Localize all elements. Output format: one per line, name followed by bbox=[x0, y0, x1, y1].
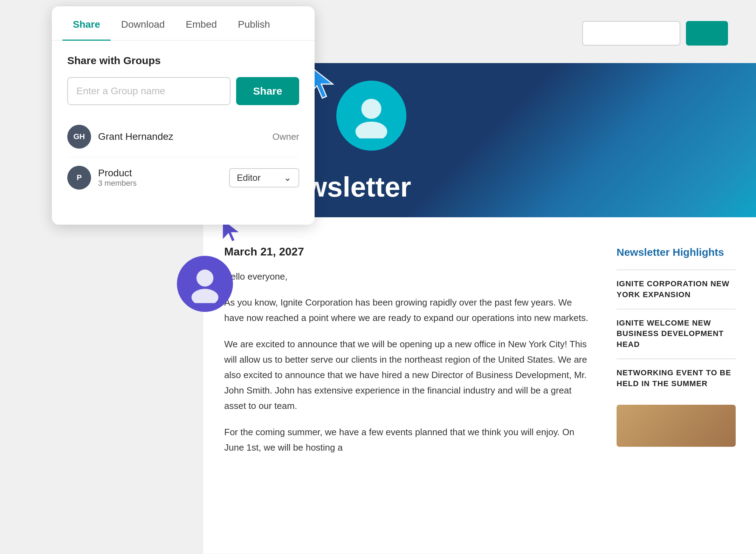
member-role-grant: Owner bbox=[272, 131, 299, 142]
svg-point-2 bbox=[356, 122, 387, 138]
newsletter-body1: As you know, Ignite Corporation has been… bbox=[224, 295, 589, 326]
role-select-label: Editor bbox=[237, 172, 261, 183]
member-sub-product: 3 members bbox=[98, 179, 222, 188]
member-row-grant: GH Grant Hernandez Owner bbox=[67, 118, 299, 156]
tab-download[interactable]: Download bbox=[111, 6, 176, 40]
newsletter-sidebar: Newsletter Highlights IGNITE CORPORATION… bbox=[617, 245, 736, 466]
member-name-product: Product bbox=[98, 167, 222, 179]
modal-tabs: Share Download Embed Publish bbox=[52, 6, 315, 41]
sidebar-item: NETWORKING EVENT TO BE HELD IN THE SUMME… bbox=[617, 358, 736, 398]
tab-share[interactable]: Share bbox=[62, 6, 111, 40]
share-button[interactable]: Share bbox=[236, 77, 299, 105]
svg-point-1 bbox=[361, 99, 381, 119]
modal-body: Share with Groups Share GH Grant Hernand… bbox=[52, 41, 315, 211]
sidebar-item-title-1: IGNITE WELCOME NEW BUSINESS DEVELOPMENT … bbox=[617, 318, 736, 350]
role-select-product[interactable]: Editor ⌄ bbox=[229, 168, 299, 187]
newsletter-greeting: Hello everyone, bbox=[224, 269, 589, 284]
member-initials-p: P bbox=[77, 173, 82, 182]
member-info-grant: Grant Hernandez bbox=[98, 131, 265, 142]
tab-publish[interactable]: Publish bbox=[227, 6, 281, 40]
newsletter-body2: We are excited to announce that we will … bbox=[224, 336, 589, 414]
avatar-medium bbox=[177, 256, 233, 312]
member-initials-gh: GH bbox=[74, 132, 85, 141]
svg-point-5 bbox=[192, 289, 219, 303]
share-modal: Share Download Embed Publish Share with … bbox=[52, 6, 315, 225]
section-title: Share with Groups bbox=[67, 55, 299, 67]
tab-embed[interactable]: Embed bbox=[175, 6, 227, 40]
member-avatar-gh: GH bbox=[67, 125, 91, 149]
top-bar-button bbox=[686, 21, 728, 46]
top-bar bbox=[582, 21, 728, 46]
divider bbox=[67, 157, 299, 157]
newsletter-body3: For the coming summer, we have a few eve… bbox=[224, 424, 589, 455]
sidebar-item-title-0: IGNITE CORPORATION NEW YORK EXPANSION bbox=[617, 279, 736, 300]
newsletter-main: March 21, 2027 Hello everyone, As you kn… bbox=[224, 245, 589, 466]
share-input-row: Share bbox=[67, 77, 299, 105]
top-bar-input bbox=[582, 21, 680, 46]
chevron-down-icon: ⌄ bbox=[284, 172, 291, 183]
avatar-large bbox=[336, 81, 406, 151]
svg-point-4 bbox=[197, 269, 213, 286]
sidebar-thumbnail bbox=[617, 405, 736, 447]
member-info-product: Product 3 members bbox=[98, 167, 222, 188]
sidebar-item: IGNITE WELCOME NEW BUSINESS DEVELOPMENT … bbox=[617, 309, 736, 358]
member-avatar-p: P bbox=[67, 166, 91, 190]
sidebar-item-title-2: NETWORKING EVENT TO BE HELD IN THE SUMME… bbox=[617, 368, 736, 389]
sidebar-item: IGNITE CORPORATION NEW YORK EXPANSION bbox=[617, 269, 736, 309]
newsletter-date: March 21, 2027 bbox=[224, 245, 589, 258]
newsletter-body: March 21, 2027 Hello everyone, As you kn… bbox=[203, 217, 756, 494]
member-row-product: P Product 3 members Editor ⌄ bbox=[67, 159, 299, 197]
sidebar-title: Newsletter Highlights bbox=[617, 245, 736, 259]
group-name-input[interactable] bbox=[67, 77, 231, 105]
member-name-grant: Grant Hernandez bbox=[98, 131, 265, 142]
